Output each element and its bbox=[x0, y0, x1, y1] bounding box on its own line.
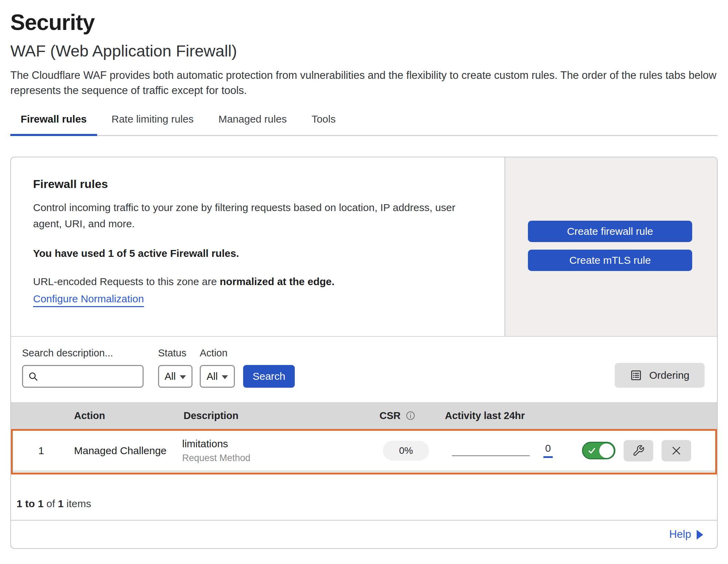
card-description: Control incoming traffic to your zone by… bbox=[33, 200, 477, 232]
create-firewall-rule-button[interactable]: Create firewall rule bbox=[528, 221, 692, 242]
normalization-note: URL-encoded Requests to this zone are no… bbox=[33, 276, 484, 288]
rule-action: Managed Challenge bbox=[70, 445, 175, 457]
rules-table-header: Action Description CSR Activity last 24h… bbox=[11, 402, 717, 429]
search-box bbox=[22, 365, 144, 388]
chevron-down-icon bbox=[222, 375, 228, 379]
activity-sparkline bbox=[452, 455, 530, 456]
firewall-rule-row: 1 Managed Challenge limitations Request … bbox=[11, 429, 717, 474]
status-select[interactable]: All bbox=[158, 365, 193, 388]
page-subtitle: WAF (Web Application Firewall) bbox=[10, 41, 718, 60]
card-help-row: Help bbox=[11, 521, 717, 548]
tab-rate-limiting-rules[interactable]: Rate limiting rules bbox=[101, 113, 204, 136]
delete-rule-button[interactable] bbox=[662, 440, 691, 461]
rule-priority: 1 bbox=[13, 445, 70, 457]
help-link[interactable]: Help bbox=[669, 528, 703, 541]
pagination-items: items bbox=[64, 498, 91, 509]
search-icon bbox=[28, 371, 38, 382]
rules-tab-bar: Firewall rules Rate limiting rules Manag… bbox=[10, 113, 718, 136]
firewall-rules-intro-section: Firewall rules Control incoming traffic … bbox=[11, 157, 717, 337]
security-waf-page: Security WAF (Web Application Firewall) … bbox=[0, 0, 728, 564]
rule-activity-cell: 0 bbox=[437, 443, 570, 458]
search-input[interactable] bbox=[42, 371, 138, 382]
pagination-of: of bbox=[43, 498, 58, 509]
chevron-down-icon bbox=[180, 375, 186, 379]
activity-count-link[interactable]: 0 bbox=[543, 443, 553, 458]
arrow-right-icon bbox=[697, 530, 703, 540]
description-column-header: Description bbox=[176, 410, 369, 421]
status-label: Status bbox=[158, 347, 193, 359]
x-icon bbox=[670, 445, 682, 457]
page-description: The Cloudflare WAF provides both automat… bbox=[10, 68, 718, 98]
rule-enabled-toggle[interactable] bbox=[582, 442, 615, 459]
action-select-value: All bbox=[207, 371, 218, 382]
create-rule-actions-panel: Create firewall rule Create mTLS rule bbox=[505, 157, 717, 336]
action-label: Action bbox=[200, 347, 235, 359]
page-title: Security bbox=[10, 10, 718, 35]
configure-normalization-link[interactable]: Configure Normalization bbox=[33, 293, 144, 305]
action-select[interactable]: All bbox=[200, 365, 235, 388]
pagination-range: 1 to 1 bbox=[17, 498, 43, 509]
csr-header-label: CSR bbox=[379, 410, 401, 421]
normalization-text: URL-encoded Requests to this zone are bbox=[33, 276, 220, 287]
card-heading: Firewall rules bbox=[33, 177, 484, 191]
wrench-icon bbox=[632, 445, 645, 457]
rule-csr-cell: 0% bbox=[366, 441, 437, 461]
filter-bar: Search description... Status All Action bbox=[11, 337, 717, 402]
check-icon bbox=[587, 446, 596, 455]
csr-column-header: CSR bbox=[369, 410, 441, 421]
csr-value-badge: 0% bbox=[383, 441, 429, 461]
edit-rule-button[interactable] bbox=[624, 440, 653, 461]
activity-column-header: Activity last 24hr bbox=[441, 410, 576, 421]
ordering-button[interactable]: Ordering bbox=[615, 363, 705, 388]
info-icon[interactable] bbox=[405, 410, 416, 421]
pagination-summary: 1 to 1 of 1 items bbox=[11, 474, 717, 521]
status-select-value: All bbox=[165, 371, 176, 382]
ordered-list-icon bbox=[630, 369, 642, 382]
usage-summary: You have used 1 of 5 active Firewall rul… bbox=[33, 248, 484, 259]
tab-tools[interactable]: Tools bbox=[301, 113, 346, 136]
search-description-label: Search description... bbox=[22, 347, 144, 359]
rule-description[interactable]: limitations bbox=[182, 438, 366, 450]
help-link-label: Help bbox=[669, 528, 691, 541]
rule-description-detail: Request Method bbox=[182, 453, 366, 463]
pagination-total: 1 bbox=[58, 498, 64, 509]
search-button[interactable]: Search bbox=[243, 365, 295, 388]
tab-managed-rules[interactable]: Managed rules bbox=[208, 113, 297, 136]
ordering-button-label: Ordering bbox=[649, 369, 689, 381]
tab-firewall-rules[interactable]: Firewall rules bbox=[10, 113, 97, 136]
normalization-bold-text: normalized at the edge. bbox=[220, 276, 334, 287]
create-mtls-rule-button[interactable]: Create mTLS rule bbox=[528, 250, 692, 271]
action-column-header: Action bbox=[70, 410, 176, 421]
firewall-rules-card: Firewall rules Control incoming traffic … bbox=[10, 157, 718, 549]
toggle-knob bbox=[599, 443, 614, 458]
